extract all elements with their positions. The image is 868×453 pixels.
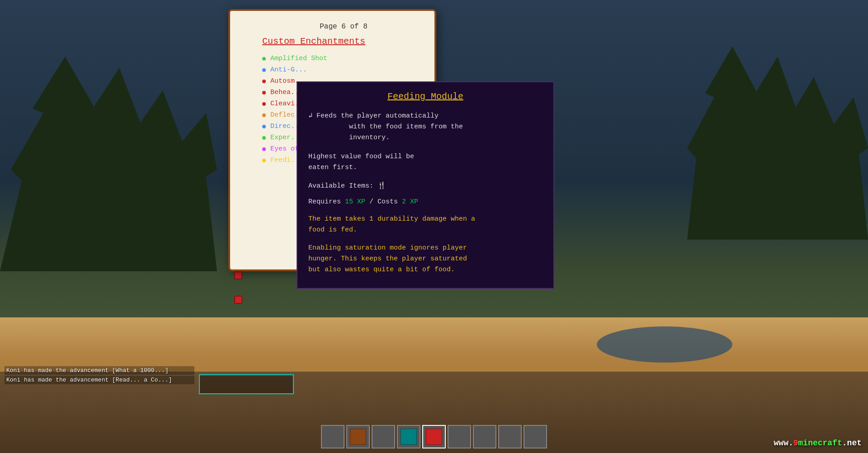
bullet-icon (262, 80, 266, 83)
chat-message-2: Koni has made the advancement [Read... a… (5, 376, 194, 384)
bullet-icon (262, 57, 266, 61)
available-label: Available Items: (308, 182, 377, 190)
tooltip-available-items: Available Items: 🍴 (308, 181, 542, 190)
xp-value-2: 2 XP (402, 198, 418, 206)
hotbar (321, 425, 547, 448)
hotbar-slot-9[interactable] (524, 425, 547, 448)
enchant-label[interactable]: Amplified Shot (270, 55, 327, 62)
hotbar-slot-8[interactable] (498, 425, 522, 448)
tooltip-description: ↲ Feeds the player automatically with th… (308, 111, 542, 173)
requires-label: Requires (308, 198, 345, 206)
tooltip-title: Feeding Module (308, 91, 542, 102)
water-body (597, 326, 732, 363)
list-item[interactable]: Amplified Shot (262, 55, 425, 62)
watermark-www: www. (774, 439, 793, 448)
bullet-icon (262, 113, 266, 117)
hotbar-slot-4[interactable] (397, 425, 420, 448)
hotbar-slot-1[interactable] (321, 425, 344, 448)
bullet-icon (262, 91, 266, 94)
bullet-icon (262, 102, 266, 106)
bullet-icon (262, 136, 266, 140)
hotbar-slot-5[interactable] (422, 425, 446, 448)
list-item[interactable]: Anti-G... (262, 66, 425, 74)
book-title: Custom Enchantments (262, 36, 425, 47)
item-teal (401, 429, 417, 445)
return-icon: ↲ (308, 112, 312, 120)
items-icon: 🍴 (377, 182, 386, 190)
watermark-net: .net (842, 439, 862, 448)
tooltip-panel: Feeding Module ↲ Feeds the player automa… (297, 81, 554, 289)
hotbar-slot-2[interactable] (346, 425, 370, 448)
tooltip-desc-highest: Highest value food will be eaten first. (308, 151, 542, 173)
chat-message-1: Koni has made the advancement [What a 10… (5, 366, 194, 375)
watermark: www.9minecraft.net (774, 439, 862, 448)
bullet-icon (262, 147, 266, 151)
bullet-icon (262, 125, 266, 128)
chat-area: Koni has made the advancement [What a 10… (5, 366, 194, 385)
hotbar-slot-6[interactable] (448, 425, 471, 448)
tooltip-durability: The item takes 1 durability damage when … (308, 214, 542, 236)
xp-value-1: 15 XP (345, 198, 365, 206)
hotbar-slot-7[interactable] (473, 425, 496, 448)
chat-input-box[interactable] (199, 374, 294, 394)
hotbar-slot-3[interactable] (372, 425, 395, 448)
item-red (426, 429, 442, 445)
watermark-9: 9 (793, 439, 798, 448)
bullet-icon (262, 159, 266, 162)
item-brown (350, 429, 366, 445)
watermark-minecraft: minecraft (798, 439, 842, 448)
tooltip-saturation: Enabling saturation mode ignores player … (308, 243, 542, 275)
page-number: Page 6 of 8 (262, 23, 425, 31)
binding-dot (234, 296, 242, 304)
enchant-label[interactable]: Anti-G... (270, 66, 307, 74)
bullet-icon (262, 68, 266, 72)
tooltip-requires: Requires 15 XP / Costs 2 XP (308, 198, 542, 206)
tooltip-desc-line1: ↲ Feeds the player automatically with th… (308, 111, 542, 143)
binding-dot (234, 271, 242, 279)
separator: / Costs (365, 198, 402, 206)
